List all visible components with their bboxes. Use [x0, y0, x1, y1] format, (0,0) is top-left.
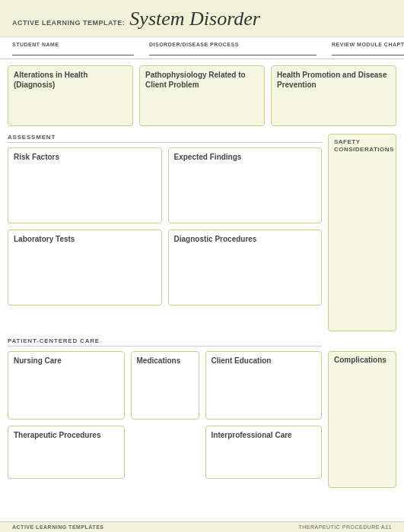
diagnostic-procedures-title: Diagnostic Procedures: [174, 234, 317, 244]
alterations-box: Alterations in Health (Diagnosis): [8, 65, 133, 126]
assessment-section: ASSESSMENT Risk Factors Expected Finding…: [8, 134, 396, 331]
complications-title: Complications: [334, 356, 390, 364]
complications-box: Complications: [328, 351, 396, 488]
student-name-field: STUDENT NAME: [12, 42, 134, 55]
review-module-field: REVIEW MODULE CHAPTER: [332, 42, 404, 55]
top-boxes-row: Alterations in Health (Diagnosis) Pathop…: [8, 65, 396, 126]
expected-findings-title: Expected Findings: [174, 152, 317, 162]
medications-box: Medications: [131, 351, 199, 420]
assessment-row-2: Laboratory Tests Diagnostic Procedures: [8, 230, 322, 306]
disorder-field: DISORDER/DISEASE PROCESS: [149, 42, 317, 55]
expected-findings-box: Expected Findings: [168, 147, 323, 223]
health-promotion-title: Health Promotion and Disease Prevention: [277, 70, 390, 90]
therapeutic-title: Therapeutic Procedures: [14, 430, 119, 440]
safety-box: SAFETY CONSIDERATIONS: [328, 134, 396, 331]
patient-care-grid: PATIENT-CENTERED CARE Nursing Care Medic…: [8, 337, 396, 488]
page-title: System Disorder: [129, 8, 260, 30]
patient-care-left: PATIENT-CENTERED CARE Nursing Care Medic…: [8, 337, 322, 488]
student-name-line: [12, 48, 134, 55]
review-module-line: [332, 48, 404, 55]
review-module-label: REVIEW MODULE CHAPTER: [332, 42, 404, 47]
risk-factors-box: Risk Factors: [8, 147, 162, 223]
therapeutic-box: Therapeutic Procedures: [8, 426, 125, 479]
patient-care-label: PATIENT-CENTERED CARE: [8, 337, 322, 347]
student-info-row: STUDENT NAME DISORDER/DISEASE PROCESS RE…: [0, 37, 404, 59]
footer-right-text: THERAPEUTIC PROCEDURE A11: [298, 524, 392, 530]
footer-left-text: ACTIVE LEARNING TEMPLATES: [12, 524, 103, 530]
diagnostic-procedures-box: Diagnostic Procedures: [168, 230, 323, 306]
header: ACTIVE LEARNING TEMPLATE: System Disorde…: [0, 0, 404, 37]
interprofessional-title: Interprofessional Care: [212, 430, 317, 440]
complications-area: Complications: [328, 337, 396, 488]
pathophysiology-title: Pathophysiology Related to Client Proble…: [145, 70, 259, 90]
page: ACTIVE LEARNING TEMPLATE: System Disorde…: [0, 0, 404, 532]
laboratory-tests-box: Laboratory Tests: [8, 230, 162, 306]
interprofessional-box: Interprofessional Care: [205, 426, 323, 479]
main-content: Alterations in Health (Diagnosis) Pathop…: [0, 59, 404, 494]
client-education-title: Client Education: [212, 356, 317, 366]
assessment-row-1: Risk Factors Expected Findings: [8, 147, 322, 223]
assessment-boxes: Risk Factors Expected Findings Laborator…: [8, 147, 322, 306]
alterations-title: Alterations in Health (Diagnosis): [14, 70, 127, 90]
health-promotion-box: Health Promotion and Disease Prevention: [271, 65, 396, 126]
active-learning-label: ACTIVE LEARNING TEMPLATE:: [12, 19, 125, 27]
disorder-label: DISORDER/DISEASE PROCESS: [149, 42, 317, 47]
assessment-left: ASSESSMENT Risk Factors Expected Finding…: [8, 134, 322, 331]
patient-care-section: PATIENT-CENTERED CARE Nursing Care Medic…: [8, 337, 396, 488]
medications-title: Medications: [137, 356, 193, 366]
risk-factors-title: Risk Factors: [14, 152, 156, 162]
disorder-line: [149, 48, 317, 55]
safety-title: SAFETY CONSIDERATIONS: [334, 138, 390, 154]
assessment-section-label: ASSESSMENT: [8, 134, 322, 143]
pathophysiology-box: Pathophysiology Related to Client Proble…: [139, 65, 265, 126]
student-name-label: STUDENT NAME: [12, 42, 134, 47]
client-education-box: Client Education: [205, 351, 323, 420]
nursing-care-box: Nursing Care: [8, 351, 125, 420]
footer: ACTIVE LEARNING TEMPLATES THERAPEUTIC PR…: [0, 521, 404, 532]
laboratory-tests-title: Laboratory Tests: [14, 234, 156, 244]
care-bottom-row: Therapeutic Procedures Interprofessional…: [8, 426, 322, 479]
nursing-care-title: Nursing Care: [14, 356, 119, 366]
care-top-row: Nursing Care Medications Client Educatio…: [8, 351, 322, 420]
